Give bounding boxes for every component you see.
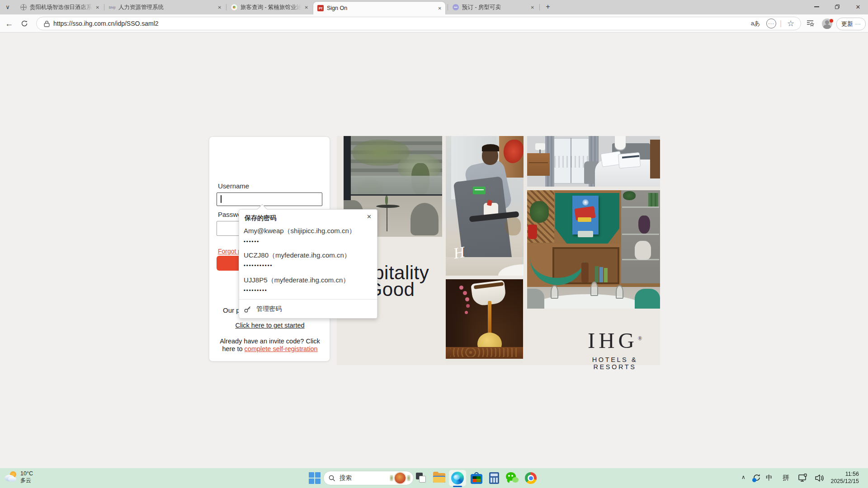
popup-close-icon[interactable]: ✕: [367, 213, 372, 220]
notification-dot: [830, 19, 833, 23]
tab-booking[interactable]: 预订 - 房型可卖 ✕: [448, 0, 538, 14]
tab-sign-on-active[interactable]: Pf Sign On ✕: [313, 2, 445, 14]
search-box[interactable]: 搜索: [323, 471, 414, 485]
browser-window: ∨ 贵阳机场智选假日酒店系统网址导 ✕ Shiji 人力资源管理系统 ✕ 旅客查…: [0, 0, 868, 488]
tab-divider: [226, 4, 226, 10]
collections-icon[interactable]: [803, 17, 817, 30]
weather-condition: 多云: [20, 477, 33, 484]
invite-code-line2: here to complete self-registration: [209, 345, 330, 352]
shiji-logo: Shiji: [109, 4, 115, 10]
lock-icon: [44, 20, 50, 27]
tab-hr-system[interactable]: Shiji 人力资源管理系统 ✕: [105, 0, 225, 14]
tab-close-icon[interactable]: ✕: [438, 6, 442, 11]
edge-browser-icon[interactable]: [451, 472, 464, 484]
edge-running-bar: [453, 486, 462, 487]
start-button[interactable]: [309, 472, 321, 484]
tab-divider: [539, 4, 540, 10]
new-tab-button[interactable]: +: [542, 0, 554, 14]
username-input[interactable]: [217, 192, 322, 206]
ime-pinyin-indicator[interactable]: 拼: [783, 474, 789, 482]
url-text[interactable]: https://sso.ihg.com.cn/idp/SSO.saml2: [53, 20, 159, 27]
ime-language-mode[interactable]: 中: [766, 474, 773, 482]
pingfederate-icon: Pf: [317, 5, 324, 11]
tab-title: 预订 - 房型可卖: [462, 4, 527, 11]
tab-search-chevron-icon[interactable]: ∨: [1, 0, 14, 14]
task-view-button[interactable]: [416, 473, 427, 483]
tab-title: 旅客查询 - 紫楠旅馆业治安信息管: [241, 4, 301, 11]
tray-date: 2025/12/15: [830, 478, 859, 485]
page-content: Username Password Forgot password? Our p…: [0, 33, 868, 468]
tab-close-icon[interactable]: ✕: [218, 5, 222, 10]
tab-title: 人力资源管理系统: [118, 4, 214, 11]
chrome-icon[interactable]: [525, 472, 537, 484]
username-label: Username: [218, 182, 249, 190]
pill-divider: |: [779, 17, 782, 30]
search-placeholder: 搜索: [340, 474, 352, 482]
tab-divider: [104, 4, 104, 10]
file-explorer-icon[interactable]: [433, 472, 445, 484]
sync-update-icon[interactable]: [752, 473, 762, 483]
tray-overflow-chevron[interactable]: ∧: [741, 474, 745, 480]
tab-close-icon[interactable]: ✕: [305, 5, 308, 10]
photo-bedroom: [527, 136, 660, 187]
self-registration-link[interactable]: complete self-registration: [245, 345, 318, 352]
registered-mark: ®: [638, 335, 642, 342]
windows-taskbar: 10°C 多云 搜索: [0, 468, 868, 488]
invite-code-text: Already have an invite code? Click: [209, 338, 330, 345]
popup-title: 保存的密码: [245, 214, 276, 222]
speaker-icon[interactable]: [815, 474, 825, 484]
weather-icon: [5, 471, 17, 483]
address-bar[interactable]: https://sso.ihg.com.cn/idp/SSO.saml2: [36, 17, 801, 30]
search-icon: [329, 475, 335, 482]
text-cursor: [221, 195, 222, 203]
refresh-button[interactable]: [18, 17, 31, 30]
refresh-icon: [21, 20, 28, 27]
purple-dot-icon: [453, 4, 459, 10]
wechat-icon[interactable]: [506, 472, 519, 484]
photo-shelf-restaurant: [527, 190, 660, 309]
update-more-icon[interactable]: ···: [855, 21, 861, 27]
back-button[interactable]: ←: [3, 17, 15, 30]
tab-title: Sign On: [327, 5, 434, 11]
microsoft-store-icon[interactable]: [471, 472, 482, 484]
search-daily-image: [395, 473, 406, 483]
ihg-logo-subtext: HOTELS & RESORTS: [570, 356, 660, 371]
minimize-button[interactable]: [807, 0, 826, 14]
colorful-ring-icon: [231, 4, 237, 10]
translate-icon[interactable]: aあ: [748, 17, 763, 30]
tab-guiyang-hotel[interactable]: 贵阳机场智选假日酒店系统网址导 ✕: [16, 0, 103, 14]
registration-text-fragment: Our p: [223, 306, 240, 314]
tab-divider: [448, 4, 448, 10]
manage-passwords-item[interactable]: 管理密码: [239, 300, 377, 319]
tab-passenger-query[interactable]: 旅客查询 - 紫楠旅馆业治安信息管 ✕: [227, 0, 312, 14]
tab-close-icon[interactable]: ✕: [96, 5, 99, 10]
more-tools-icon[interactable]: ···: [764, 17, 778, 30]
update-button[interactable]: 更新···: [836, 18, 866, 30]
avatar[interactable]: [820, 17, 834, 30]
maximize-button[interactable]: [827, 0, 847, 14]
saved-passwords-popup: 保存的密码 ✕ Amy@kweap（shijipicc.ihg.com.cn） …: [239, 209, 377, 319]
hardware-monitor-icon[interactable]: [798, 474, 808, 484]
weather-widget[interactable]: 10°C 多云: [5, 470, 33, 484]
favorite-star-icon[interactable]: ☆: [783, 17, 798, 30]
get-started-link[interactable]: Click here to get started: [209, 322, 330, 329]
tab-bar: ∨ 贵阳机场智选假日酒店系统网址导 ✕ Shiji 人力资源管理系统 ✕ 旅客查…: [0, 0, 868, 14]
photo-dessert-honey: [446, 279, 523, 364]
weather-temp: 10°C: [20, 470, 33, 477]
globe-icon: [20, 4, 27, 10]
tab-title: 贵阳机场智选假日酒店系统网址导: [30, 4, 92, 11]
calculator-icon[interactable]: [489, 472, 499, 484]
browser-toolbar: ← https://sso.ihg.com.cn/idp/SSO.saml2 a…: [0, 14, 868, 33]
sync-badge-dot: [752, 478, 756, 482]
clock-widget[interactable]: 11:56 2025/12/15: [830, 470, 859, 485]
key-icon: [244, 305, 251, 313]
tray-time: 11:56: [830, 470, 859, 478]
marketing-banner: True Hospitality for Good: [337, 136, 660, 365]
tab-close-icon[interactable]: ✕: [531, 5, 534, 10]
photo-waiter-serving: H: [446, 136, 524, 276]
close-window-button[interactable]: ✕: [848, 0, 868, 14]
ihg-logo: IHG® HOTELS & RESORTS: [570, 328, 660, 371]
apron-h-logo: H: [452, 242, 474, 267]
